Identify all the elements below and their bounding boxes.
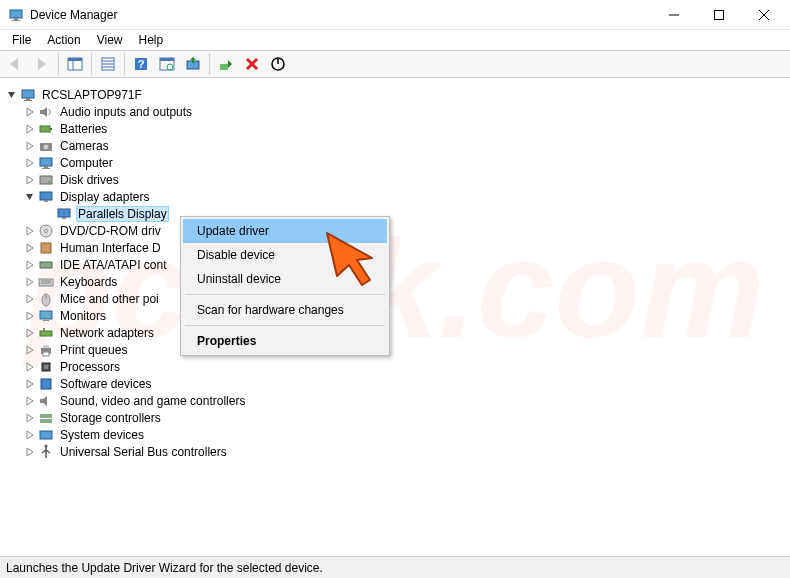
context-menu-item[interactable]: Uninstall device	[183, 267, 387, 291]
disk-icon	[38, 172, 54, 188]
tree-node[interactable]: Display adapters	[6, 188, 788, 205]
device-tree[interactable]: RCSLAPTOP971FAudio inputs and outputsBat…	[2, 82, 788, 552]
chevron-right-icon[interactable]	[24, 225, 36, 237]
tree-node-label: Print queues	[58, 343, 129, 357]
close-button[interactable]	[741, 0, 786, 29]
ide-icon	[38, 257, 54, 273]
tree-root[interactable]: RCSLAPTOP971F	[6, 86, 788, 103]
show-hide-tree-button[interactable]	[63, 52, 87, 76]
chevron-right-icon[interactable]	[24, 293, 36, 305]
tree-node-label: Keyboards	[58, 275, 119, 289]
tree-node[interactable]: Human Interface D	[6, 239, 788, 256]
tree-node[interactable]: Computer	[6, 154, 788, 171]
menu-action[interactable]: Action	[39, 31, 88, 49]
tree-node[interactable]: DVD/CD-ROM driv	[6, 222, 788, 239]
tree-node-label: Cameras	[58, 139, 111, 153]
svg-rect-24	[22, 90, 34, 98]
svg-rect-55	[43, 352, 49, 356]
svg-rect-34	[40, 176, 52, 184]
tree-node[interactable]: Disk drives	[6, 171, 788, 188]
tree-node[interactable]: Audio inputs and outputs	[6, 103, 788, 120]
tree-node[interactable]: Cameras	[6, 137, 788, 154]
tree-node[interactable]: Sound, video and game controllers	[6, 392, 788, 409]
tree-node[interactable]: Parallels Display	[6, 205, 788, 222]
svg-rect-49	[40, 311, 52, 319]
menu-view[interactable]: View	[89, 31, 131, 49]
context-menu-item[interactable]: Update driver	[183, 219, 387, 243]
cpu-icon	[38, 359, 54, 375]
toolbar-separator	[124, 53, 125, 75]
statusbar: Launches the Update Driver Wizard for th…	[0, 556, 790, 578]
tree-node[interactable]: Print queues	[6, 341, 788, 358]
tree-node-label: Display adapters	[58, 190, 151, 204]
tree-node[interactable]: Network adapters	[6, 324, 788, 341]
toolbar-separator	[58, 53, 59, 75]
svg-rect-1	[14, 18, 18, 20]
chevron-right-icon[interactable]	[24, 429, 36, 441]
tree-node[interactable]: Processors	[6, 358, 788, 375]
chevron-right-icon[interactable]	[24, 242, 36, 254]
network-icon	[38, 325, 54, 341]
context-menu-item[interactable]: Properties	[183, 329, 387, 353]
tree-spacer	[42, 208, 54, 220]
tree-node-label: Universal Serial Bus controllers	[58, 445, 229, 459]
update-driver-button[interactable]	[181, 52, 205, 76]
chevron-right-icon[interactable]	[24, 259, 36, 271]
svg-point-18	[167, 64, 173, 70]
tree-node[interactable]: Monitors	[6, 307, 788, 324]
menubar: File Action View Help	[0, 30, 790, 50]
chevron-right-icon[interactable]	[24, 344, 36, 356]
tree-node[interactable]: Batteries	[6, 120, 788, 137]
context-menu-item[interactable]: Disable device	[183, 243, 387, 267]
svg-rect-38	[58, 209, 70, 217]
chevron-right-icon[interactable]	[24, 123, 36, 135]
tree-node[interactable]: Software devices	[6, 375, 788, 392]
battery-icon	[38, 121, 54, 137]
enable-button[interactable]	[214, 52, 238, 76]
minimize-button[interactable]	[651, 0, 696, 29]
tree-node[interactable]: Mice and other poi	[6, 290, 788, 307]
chevron-right-icon[interactable]	[24, 174, 36, 186]
computer-icon	[38, 155, 54, 171]
forward-button[interactable]	[30, 52, 54, 76]
chevron-right-icon[interactable]	[24, 395, 36, 407]
chevron-right-icon[interactable]	[24, 327, 36, 339]
menu-help[interactable]: Help	[131, 31, 172, 49]
window-controls	[651, 0, 786, 29]
back-button[interactable]	[4, 52, 28, 76]
printer-icon	[38, 342, 54, 358]
svg-rect-20	[220, 64, 228, 70]
chevron-right-icon[interactable]	[24, 106, 36, 118]
toolbar-separator	[91, 53, 92, 75]
chevron-right-icon[interactable]	[24, 412, 36, 424]
chevron-right-icon[interactable]	[24, 157, 36, 169]
tree-node-label: DVD/CD-ROM driv	[58, 224, 163, 238]
sound-icon	[38, 393, 54, 409]
tree-node[interactable]: Keyboards	[6, 273, 788, 290]
help-button[interactable]: ?	[129, 52, 153, 76]
context-menu-item[interactable]: Scan for hardware changes	[183, 298, 387, 322]
chevron-down-icon[interactable]	[24, 191, 36, 203]
tree-node[interactable]: IDE ATA/ATAPI cont	[6, 256, 788, 273]
tree-node[interactable]: Storage controllers	[6, 409, 788, 426]
maximize-button[interactable]	[696, 0, 741, 29]
chevron-down-icon[interactable]	[6, 89, 18, 101]
svg-rect-32	[44, 166, 48, 168]
tree-node-label: Network adapters	[58, 326, 156, 340]
disable-button[interactable]	[266, 52, 290, 76]
tree-node[interactable]: Universal Serial Bus controllers	[6, 443, 788, 460]
tree-node-label: Batteries	[58, 122, 109, 136]
window-title: Device Manager	[30, 8, 651, 22]
properties-button[interactable]	[96, 52, 120, 76]
scan-button[interactable]	[155, 52, 179, 76]
chevron-right-icon[interactable]	[24, 276, 36, 288]
chevron-right-icon[interactable]	[24, 140, 36, 152]
chevron-right-icon[interactable]	[24, 378, 36, 390]
tree-node[interactable]: System devices	[6, 426, 788, 443]
chevron-right-icon[interactable]	[24, 446, 36, 458]
chevron-right-icon[interactable]	[24, 361, 36, 373]
svg-rect-59	[40, 414, 52, 418]
chevron-right-icon[interactable]	[24, 310, 36, 322]
uninstall-button[interactable]	[240, 52, 264, 76]
menu-file[interactable]: File	[4, 31, 39, 49]
